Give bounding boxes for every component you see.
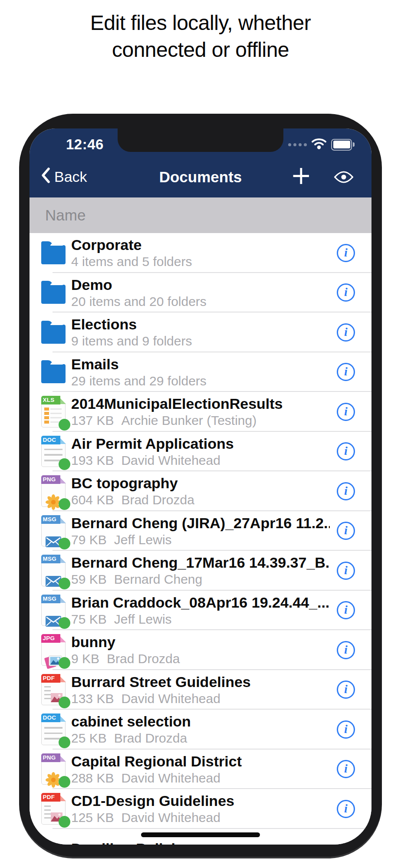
- folder-icon: [41, 364, 66, 383]
- item-icon-slot: [41, 242, 66, 264]
- item-texts: Burrard Street Guidelines 133 KBDavid Wh…: [71, 674, 337, 706]
- png-file-icon: PNG: [41, 753, 66, 785]
- item-title: CD1-Design Guidelines: [71, 792, 330, 809]
- item-title: cabinet selection: [71, 713, 330, 730]
- list-item[interactable]: PNG BC topography 604 KBBrad Drozda i: [30, 471, 371, 511]
- sync-status-dot: [59, 657, 70, 669]
- battery-icon: [331, 139, 352, 151]
- list-item[interactable]: JPG bunny 9 KBBrad Drozda i: [30, 630, 371, 670]
- item-icon-slot: DOC: [41, 436, 66, 467]
- info-icon[interactable]: i: [337, 760, 355, 778]
- item-title: Corporate: [71, 237, 330, 253]
- file-type-badge: DOC: [41, 436, 60, 444]
- info-icon[interactable]: i: [337, 522, 355, 540]
- item-texts: Corporate 4 items and 5 folders: [71, 237, 337, 269]
- item-texts: cabinet selection 25 KBBrad Drozda: [71, 713, 337, 746]
- column-header-name[interactable]: Name: [30, 197, 371, 233]
- status-icons: [288, 138, 354, 151]
- nav-actions: +: [290, 167, 354, 187]
- sync-status-dot: [59, 458, 70, 470]
- info-icon[interactable]: i: [337, 641, 355, 659]
- info-icon[interactable]: i: [337, 442, 355, 460]
- item-title: Demo: [71, 276, 330, 293]
- msg-file-icon: MSG: [41, 555, 66, 586]
- back-chevron-icon: [41, 167, 50, 187]
- list-item[interactable]: DOC cabinet selection 25 KBBrad Drozda i: [30, 710, 371, 750]
- item-texts: Air Permit Applications 193 KBDavid Whit…: [71, 435, 337, 468]
- item-texts: Brian Craddock_08Apr16 19.24.44_... 75 K…: [71, 594, 337, 627]
- list-item[interactable]: DOC Air Permit Applications 193 KBDavid …: [30, 432, 371, 472]
- nav-bar: Back Documents +: [30, 156, 371, 197]
- list-item[interactable]: MSG Brian Craddock_08Apr16 19.24.44_... …: [30, 591, 371, 631]
- list-item[interactable]: PNG Capital Regional District 288 KBDavi…: [30, 750, 371, 789]
- item-texts: Elections 9 items and 9 folders: [71, 316, 337, 349]
- list-item[interactable]: XLS 2014MunicipalElectionResults 137 KBA…: [30, 392, 371, 432]
- back-button[interactable]: Back: [41, 167, 87, 187]
- file-type-badge: PNG: [41, 475, 60, 484]
- folder-icon: [41, 245, 66, 264]
- item-texts: 2014MunicipalElectionResults 137 KBArchi…: [71, 395, 337, 428]
- file-type-badge: MSG: [41, 515, 60, 524]
- item-texts: bunny 9 KBBrad Drozda: [71, 634, 337, 666]
- doc-file-icon: DOC: [41, 436, 66, 467]
- item-subtitle: 288 KBDavid Whitehead: [71, 771, 330, 786]
- item-subtitle: 125 KBDavid Whitehead: [71, 810, 330, 825]
- list-item[interactable]: Demo 20 items and 20 folders i: [30, 273, 371, 313]
- sync-status-dot: [59, 816, 70, 828]
- item-texts: Demo 20 items and 20 folders: [71, 276, 337, 309]
- item-icon-slot: MSG: [41, 555, 66, 586]
- info-icon[interactable]: i: [337, 800, 355, 818]
- info-icon[interactable]: i: [337, 283, 355, 302]
- item-title: Elections: [71, 316, 330, 333]
- file-type-badge: XLS: [41, 396, 60, 404]
- info-icon[interactable]: i: [337, 403, 355, 421]
- sync-status-dot: [59, 697, 70, 708]
- folder-icon: [41, 285, 66, 304]
- item-texts: Bernard Cheng (JIRA)_27Apr16 11.2... 79 …: [71, 515, 337, 547]
- list-item[interactable]: Corporate 4 items and 5 folders i: [30, 233, 371, 273]
- documents-list: Corporate 4 items and 5 folders i Demo 2…: [30, 233, 371, 845]
- sync-status-dot: [59, 776, 70, 788]
- item-subtitle: 604 KBBrad Drozda: [71, 493, 330, 507]
- phone-screen: 12:46: [30, 128, 371, 845]
- page-caption: Edit files locally, whether connected or…: [0, 10, 401, 63]
- info-icon[interactable]: i: [337, 562, 355, 580]
- info-icon[interactable]: i: [337, 601, 355, 619]
- file-type-badge: MSG: [41, 595, 60, 603]
- xls-file-icon: XLS: [41, 396, 66, 427]
- info-icon[interactable]: i: [337, 363, 355, 381]
- info-icon[interactable]: i: [337, 681, 355, 699]
- msg-file-icon: MSG: [41, 595, 66, 626]
- file-type-badge: PDF: [41, 674, 60, 683]
- list-item[interactable]: Emails 29 items and 29 folders i: [30, 352, 371, 392]
- item-texts: Capital Regional District 288 KBDavid Wh…: [71, 753, 337, 786]
- item-title: 2014MunicipalElectionResults: [71, 395, 330, 412]
- item-icon-slot: DOC: [41, 714, 66, 745]
- list-item[interactable]: Elections 9 items and 9 folders i: [30, 312, 371, 352]
- cellular-signal-icon: [288, 143, 307, 146]
- list-item[interactable]: PDF CD1-Design Guidelines 125 KBDavid Wh…: [30, 789, 371, 829]
- info-icon[interactable]: i: [337, 720, 355, 739]
- sync-status-dot: [59, 419, 70, 431]
- pdf-file-icon: PDF: [41, 793, 66, 825]
- doc-file-icon: DOC: [41, 714, 66, 745]
- info-icon[interactable]: i: [337, 482, 355, 500]
- item-texts: BC topography 604 KBBrad Drozda: [71, 475, 337, 507]
- list-item[interactable]: MSG Bernard Cheng_17Mar16 14.39.37_B... …: [30, 551, 371, 591]
- file-type-badge: DOC: [41, 713, 60, 722]
- info-icon[interactable]: i: [337, 244, 355, 262]
- file-type-badge: PNG: [41, 753, 60, 762]
- item-subtitle: 137 KBArchie Bunker (Testing): [71, 413, 330, 428]
- view-toggle-button[interactable]: [333, 170, 354, 184]
- sync-status-dot: [59, 736, 70, 748]
- list-item[interactable]: PDF Burrard Street Guidelines 133 KBDavi…: [30, 670, 371, 710]
- item-subtitle: 9 items and 9 folders: [71, 334, 330, 349]
- list-item[interactable]: MSG Bernard Cheng (JIRA)_27Apr16 11.2...…: [30, 511, 371, 551]
- notch: [118, 128, 283, 152]
- item-subtitle: 9 KBBrad Drozda: [71, 651, 330, 666]
- item-subtitle: 75 KBJeff Lewis: [71, 612, 330, 627]
- add-button[interactable]: +: [290, 167, 312, 187]
- home-indicator[interactable]: [141, 832, 260, 837]
- info-icon[interactable]: i: [337, 323, 355, 342]
- item-icon-slot: PDF: [41, 793, 66, 825]
